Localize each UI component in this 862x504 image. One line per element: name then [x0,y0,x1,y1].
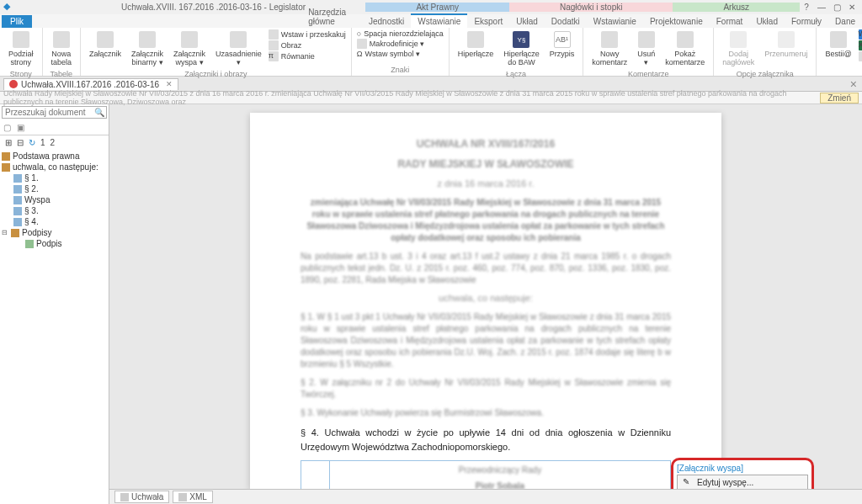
tree-item[interactable]: § 2. [2,183,107,194]
tab-dane[interactable]: Dane [828,15,862,28]
symbol-button[interactable]: ΩWstaw symbol ▾ [357,50,444,58]
add-header-button[interactable]: Dodaj nagłówek [719,29,758,68]
search-icon[interactable]: 🔍 [94,108,104,117]
tree-item[interactable]: Podstawa prawna [2,151,107,162]
refresh-icon[interactable]: ↻ [29,138,35,147]
new-comment-button[interactable]: Nowy komentarz [588,29,631,68]
attachment-island-button[interactable]: Załącznik wyspa ▾ [170,29,209,68]
page-2[interactable]: 2 [51,138,56,147]
view-doc-icon[interactable]: ▢ [3,123,13,133]
equation-button[interactable]: πRównanie [269,51,346,61]
macro-button[interactable]: Makrodefinicje ▾ [357,39,444,49]
justification-button[interactable]: Uzasadnienie ▾ [212,29,265,68]
view-tab-uchwala[interactable]: Uchwała [114,491,169,503]
breadcrumb-bar: Uchwała Rady Miejskiej w Sławoszowie Nr … [0,92,862,104]
tree-item[interactable]: uchwala, co następuje: [2,162,107,172]
menu-bar: Plik Narzędzia główne Jednostki Wstawian… [0,14,862,28]
delete-comment-button[interactable]: Usuń ▾ [634,29,658,68]
titlebar: ◆ Uchwała.XVIII. 167.2016 .2016-03-16 - … [0,0,862,14]
doc-tab-label: Uchwała.XVIII.167.2016 .2016-03-16 [21,80,159,89]
vision-import-button[interactable]: Wizja ▾ [859,51,862,61]
ribbon: Podział strony Strony Nowa tabela Tabele… [0,28,862,77]
paragraph-4[interactable]: § 4. Uchwała wchodzi w życie po upływie … [301,426,671,454]
tab-wstawianie2[interactable]: Wstawianie [587,15,643,28]
collapse-icon[interactable]: ⊟ [17,138,24,147]
context-tab-headers[interactable]: Nagłówki i stopki [509,3,673,12]
window-title: Uchwała.XVIII. 167.2016 .2016-03-16 - Le… [121,3,306,12]
search-input[interactable] [2,106,107,119]
insert-skip-button[interactable]: Wstaw i przeskakuj [269,29,346,40]
tab-jednostki[interactable]: Jednostki [362,15,411,28]
edit-icon: ✎ [683,477,693,487]
document-area: UCHWAŁA NR XVIII/167/2016 RADY MIEJSKIEJ… [109,104,862,504]
hyperlink-baw-button[interactable]: Y§Hiperłącze do BAW [500,29,543,68]
tab-eksport[interactable]: Eksport [467,15,509,28]
context-tab-sheet[interactable]: Arkusz [673,3,800,12]
nbsp-button[interactable]: ○Spacja nierozdzielająca [357,29,444,38]
bestia-button[interactable]: Bestii@ [822,29,854,60]
view-tab-xml[interactable]: XML [173,491,213,503]
document-tab[interactable]: Uchwała.XVIII.167.2016 .2016-03-16 ✕ [3,78,178,90]
expand-icon[interactable]: ⊞ [5,138,12,147]
tab-uklad[interactable]: Układ [509,15,545,28]
tree-item[interactable]: ⊟Podpisy [2,227,107,238]
tab-wstawianie[interactable]: Wstawianie [411,13,467,28]
tree-item[interactable]: § 4. [2,216,107,227]
new-table-button[interactable]: Nowa tabela [48,29,76,68]
context-menu: ✎Edytuj wyspę... ✕Usuń wyspę... [677,475,808,489]
sidebar-toolbar: ▢ ▣ [0,120,109,135]
help-icon[interactable]: ? [800,2,813,13]
document-page: UCHWAŁA NR XVIII/167/2016 RADY MIEJSKIEJ… [250,113,721,489]
doc-status-icon [9,80,18,88]
ribbon-group-zalacznik-opcje: Dodaj nagłówek Przenumeruj Opcje załączn… [714,28,817,76]
change-button[interactable]: Zmień [820,93,859,103]
app-icon: ◆ [3,1,17,14]
ribbon-group-lacza: Hiperłącze Y§Hiperłącze do BAW AB¹Przypi… [450,28,584,76]
ribbon-group-strony: Podział strony Strony [0,28,43,76]
sidebar-search: 🔍 [2,106,107,119]
island-label: [Załącznik wyspa] [677,464,808,473]
ribbon-group-zalaczniki: Załącznik Załącznik binarny ▾ Załącznik … [81,28,352,76]
tab-narzedzia[interactable]: Narzędzia główne [301,6,362,28]
page-1[interactable]: 1 [40,138,45,147]
footnote-button[interactable]: AB¹Przypis [546,29,578,60]
tab-dodatki[interactable]: Dodatki [545,15,587,28]
ribbon-group-import: Bestii@ WTekst XSkoroszyt Wizja ▾ Import… [817,28,862,76]
tree-item[interactable]: Podpis [2,238,107,249]
tree-item[interactable]: § 1. [2,172,107,183]
ribbon-group-tabele: Nowa tabela Tabele [43,28,82,76]
renumber-button[interactable]: Przenumeruj [761,29,811,60]
page-nav: ⊞ ⊟ ↻ 1 2 [0,135,109,149]
attachment-binary-button[interactable]: Załącznik binarny ▾ [128,29,167,68]
close-all-tabs-icon[interactable]: × [850,77,862,91]
close-icon[interactable]: ✕ [845,2,859,13]
view-page-icon[interactable]: ▣ [17,123,27,133]
bottom-tabs: Uchwała XML [109,489,862,504]
hyperlink-button[interactable]: Hiperłącze [455,29,498,60]
breadcrumb-text: Uchwała Rady Miejskiej w Sławoszowie Nr … [3,89,820,106]
ribbon-group-znaki: ○Spacja nierozdzielająca Makrodefinicje … [352,28,450,76]
tree-item[interactable]: Wyspa [2,194,107,205]
tab-uklad2[interactable]: Układ [749,15,785,28]
attachment-button[interactable]: Załącznik [86,29,125,60]
tree-item[interactable]: § 3. [2,205,107,216]
page-break-button[interactable]: Podział strony [5,29,37,68]
close-tab-icon[interactable]: ✕ [166,80,173,88]
tab-formuly[interactable]: Formuły [785,15,828,28]
file-menu[interactable]: Plik [2,15,32,28]
maximize-icon[interactable]: ▢ [830,2,843,13]
show-comments-button[interactable]: Pokaż komentarze [662,29,708,68]
edit-island-menuitem[interactable]: ✎Edytuj wyspę... [678,475,807,489]
ribbon-group-komentarze: Nowy komentarz Usuń ▾ Pokaż komentarze K… [583,28,714,76]
outline-tree: Podstawa prawna uchwala, co następuje: §… [0,149,109,504]
document-scroll[interactable]: UCHWAŁA NR XVIII/167/2016 RADY MIEJSKIEJ… [109,104,862,489]
context-tab-act[interactable]: Akt Prawny [365,3,509,12]
workbook-import-button[interactable]: XSkoroszyt [859,40,862,50]
image-button[interactable]: Obraz [269,40,346,50]
sidebar: 🔍 ▢ ▣ ⊞ ⊟ ↻ 1 2 Podstawa prawna uchwala,… [0,104,109,504]
minimize-icon[interactable]: — [815,2,828,13]
text-import-button[interactable]: WTekst [859,29,862,40]
tab-projektowanie[interactable]: Projektowanie [643,15,710,28]
island-callout: [Załącznik wyspa] ✎Edytuj wyspę... ✕Usuń… [671,458,814,489]
tab-format[interactable]: Format [710,15,750,28]
